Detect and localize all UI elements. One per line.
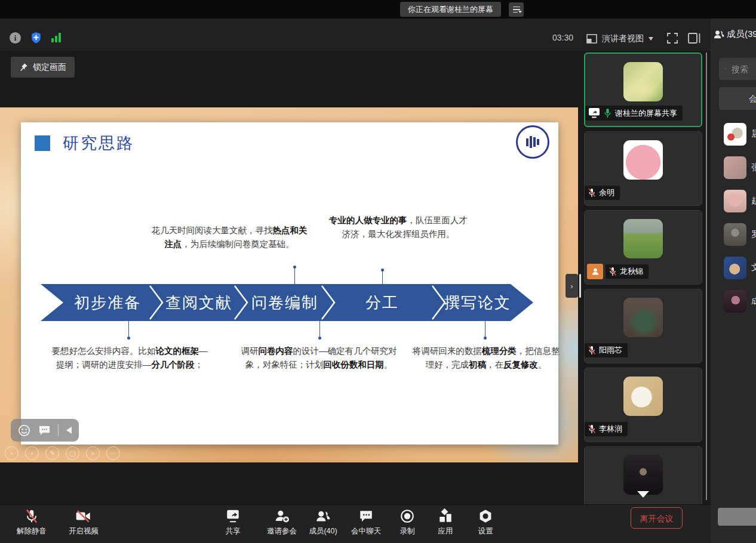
share-scrollbar-thumb[interactable] xyxy=(579,274,581,298)
member-panel-action-button[interactable]: 会 xyxy=(719,87,756,110)
note-questionnaire: 调研问卷内容的设计—确定有几个研究对象，对象特征；计划回收份数和日期。 xyxy=(237,344,401,372)
menu-icon xyxy=(513,7,520,8)
mic-muted-icon xyxy=(609,267,617,276)
participant-tile[interactable]: 李林润 xyxy=(584,368,702,442)
avatar xyxy=(724,223,746,246)
thumbnail-scrollbar-track[interactable] xyxy=(706,53,707,500)
connector-line xyxy=(485,321,485,337)
panel-expander-handle[interactable]: › xyxy=(566,274,578,298)
leave-meeting-button[interactable]: 离开会议 xyxy=(631,507,683,529)
participant-tile-partial[interactable] xyxy=(584,446,702,504)
participant-name-bar: 谢桂兰的屏幕共享 xyxy=(585,106,683,121)
layout-icon xyxy=(586,34,597,44)
smiley-icon[interactable] xyxy=(18,424,30,437)
bottom-toolbar: 解除静音 开启视频 共享 邀请参会 成员(40) xyxy=(0,504,711,543)
presentation-slide: 研究思路 花几天时间阅读大量文献，寻找热点和关注点，为后续编制问卷奠定基础。 专… xyxy=(21,122,558,445)
pin-icon xyxy=(19,63,28,72)
member-list-item[interactable]: 文 xyxy=(724,257,756,285)
chat-label: 会中聊天 xyxy=(351,526,381,536)
watching-options-button[interactable] xyxy=(509,2,524,17)
network-signal-indicator[interactable] xyxy=(51,33,61,42)
participant-thumbnail-strip: 谢桂兰的屏幕共享 余明 龙秋锦 阳雨芯 xyxy=(584,51,703,504)
avatar xyxy=(623,219,663,258)
members-icon xyxy=(712,29,726,40)
divider xyxy=(58,424,59,436)
participant-name: 余明 xyxy=(599,187,614,198)
remote-pen-control: ✎ xyxy=(45,446,59,460)
start-video-label: 开启视频 xyxy=(69,526,99,536)
chat-icon xyxy=(358,508,374,524)
connector-line xyxy=(319,321,320,337)
connector-line xyxy=(382,271,383,284)
person-icon xyxy=(591,267,600,276)
member-list-item[interactable]: 罗 xyxy=(724,223,756,252)
connector-line xyxy=(128,321,129,337)
member-list-item[interactable]: 晨 xyxy=(724,123,756,152)
apps-icon xyxy=(438,508,453,524)
university-seal-logo xyxy=(516,125,549,159)
fullscreen-icon xyxy=(666,32,678,44)
avatar xyxy=(623,377,663,416)
lock-view-label: 锁定画面 xyxy=(33,62,66,73)
record-label: 录制 xyxy=(400,526,415,536)
stage-label-1: 初步准备 xyxy=(60,284,155,321)
collapse-left-icon[interactable] xyxy=(66,427,72,434)
participant-name-bar: 余明 xyxy=(585,186,620,200)
member-list-item[interactable]: 张 xyxy=(724,156,756,185)
note-preparation: 要想好怎么安排内容。比如论文的框架—提纲；调研的进度安排—分几个阶段； xyxy=(48,344,211,372)
camera-muted-icon xyxy=(75,508,92,524)
mic-muted-icon xyxy=(588,188,596,198)
unmute-button[interactable]: 解除静音 xyxy=(7,508,57,536)
member-list-item[interactable]: 赵 xyxy=(724,190,756,218)
remote-zoom-control: ⌕ xyxy=(86,446,100,460)
participant-name-bar: 龙秋锦 xyxy=(606,264,649,279)
fullscreen-button[interactable] xyxy=(666,32,678,47)
member-name: 晨 xyxy=(751,129,756,140)
host-badge xyxy=(587,264,603,279)
chevron-separator-icon xyxy=(431,284,447,321)
search-icon xyxy=(724,64,726,73)
member-panel-bottom-button[interactable] xyxy=(718,508,756,526)
note-division: 专业的人做专业的事，队伍里面人才济济，最大化发挥组员作用。 xyxy=(328,214,469,242)
mic-muted-icon xyxy=(588,424,596,434)
slide-title: 研究思路 xyxy=(63,132,134,154)
participant-tile-host[interactable]: 龙秋锦 xyxy=(584,210,702,285)
start-video-button[interactable]: 开启视频 xyxy=(59,508,109,536)
member-list-item[interactable]: 成 xyxy=(724,290,756,319)
security-shield-icon[interactable] xyxy=(30,32,42,47)
stage-label-3: 问卷编制 xyxy=(237,284,333,321)
stage-label-2: 查阅文献 xyxy=(151,284,247,321)
mic-muted-icon xyxy=(24,508,39,524)
side-panel-toggle-button[interactable] xyxy=(688,33,700,46)
participant-name: 阳雨芯 xyxy=(599,345,622,356)
member-name: 张 xyxy=(751,162,756,173)
note-literature: 花几天时间阅读大量文献，寻找热点和关注点，为后续编制问卷奠定基础。 xyxy=(147,224,311,252)
panel-icon xyxy=(688,33,700,44)
mic-on-icon xyxy=(603,108,612,118)
menu-icon xyxy=(513,12,518,13)
share-button[interactable]: 共享 xyxy=(208,508,258,536)
watching-status-pill: 你正在观看谢桂兰的屏幕 xyxy=(400,2,501,17)
member-search-input[interactable] xyxy=(730,64,756,75)
participant-tile[interactable]: 阳雨芯 xyxy=(584,289,702,363)
member-name: 成 xyxy=(751,296,756,307)
lock-view-button[interactable]: 锁定画面 xyxy=(11,57,75,78)
connector-line xyxy=(294,268,295,284)
note-writing: 将调研回来的数据梳理分类，把信息整理好，完成初稿，在反复修改。 xyxy=(410,344,562,372)
remote-shape-control: ▢ xyxy=(66,446,79,460)
participant-tile[interactable]: 余明 xyxy=(584,131,702,206)
meeting-info-icon[interactable]: i xyxy=(10,32,21,44)
mic-muted-icon xyxy=(588,345,596,355)
screen-share-icon xyxy=(588,107,600,119)
participant-name: 谢桂兰的屏幕共享 xyxy=(615,108,677,119)
member-panel-title: 成员(39 xyxy=(727,29,756,40)
participant-tile-sharing[interactable]: 谢桂兰的屏幕共享 xyxy=(584,53,702,127)
shared-screen-region[interactable]: 研究思路 花几天时间阅读大量文献，寻找热点和关注点，为后续编制问卷奠定基础。 专… xyxy=(0,107,578,462)
settings-button[interactable]: 设置 xyxy=(460,508,511,536)
process-flow-band: 初步准备 查阅文献 问卷编制 分工 撰写论文 xyxy=(41,284,533,321)
scroll-down-icon[interactable] xyxy=(637,491,649,498)
chat-bubble-icon[interactable] xyxy=(38,425,51,436)
view-mode-button[interactable]: 演讲者视图 xyxy=(586,31,653,47)
member-search-box[interactable] xyxy=(719,58,756,80)
participant-name-bar: 李林润 xyxy=(585,422,628,436)
